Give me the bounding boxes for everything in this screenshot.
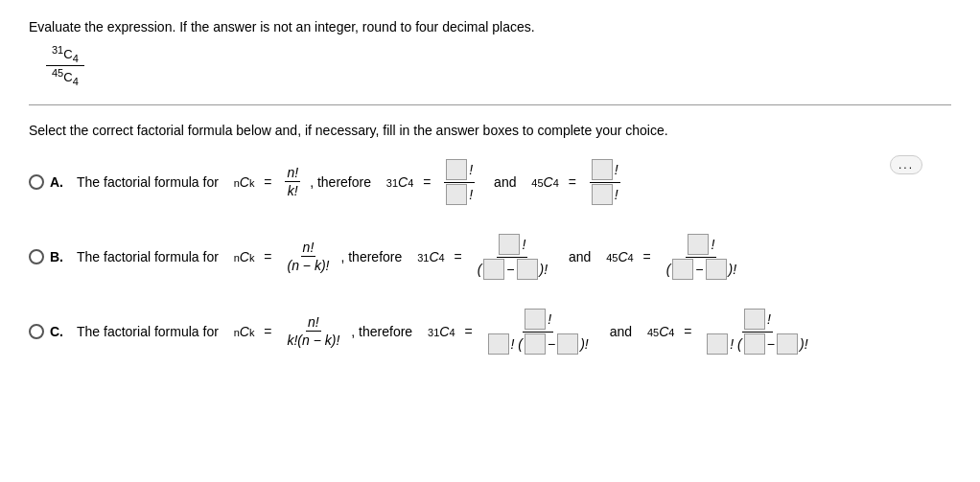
option-b-box3[interactable] (517, 259, 538, 280)
option-b-fraction: n! (n − k)! (285, 240, 331, 273)
option-b-label: B. (50, 249, 67, 264)
option-a-box1[interactable] (446, 159, 467, 180)
option-a-box2[interactable] (446, 184, 467, 205)
option-b-eq1: = (451, 249, 466, 264)
option-b-therefore: , therefore (340, 249, 402, 264)
option-a-result2: ! ! (590, 159, 620, 205)
option-a-eq1: = (419, 174, 434, 190)
option-a-fraction: n! k! (285, 165, 300, 198)
option-c-result1: ! ! ( − )! (486, 309, 591, 355)
option-b-box5[interactable] (672, 259, 693, 280)
option-a-frac-num: n! (285, 165, 300, 182)
option-c-row: C. The factorial formula for nCk = n! k!… (29, 309, 951, 355)
option-c-box3[interactable] (525, 333, 546, 355)
option-a-formula-text: The factorial formula for (77, 174, 219, 190)
option-a-nck: nCk (234, 174, 255, 190)
option-b-31c4: 31C4 (417, 249, 445, 264)
option-c-nck: nCk (234, 324, 255, 339)
option-c-fraction: n! k!(n − k)! (285, 314, 341, 348)
section-instruction: Select the correct factorial formula bel… (29, 123, 951, 138)
fraction-numerator: 31C4 (46, 44, 84, 66)
option-c-label: C. (50, 324, 67, 339)
option-a-therefore: , therefore (310, 174, 371, 190)
option-b-and: and (569, 249, 591, 264)
option-c-formula-text: The factorial formula for (77, 324, 219, 339)
option-b-box6[interactable] (706, 259, 727, 280)
option-c-frac-den: k!(n − k)! (285, 332, 341, 348)
option-b-formula-text: The factorial formula for (77, 249, 219, 264)
option-a-radio[interactable] (29, 174, 44, 190)
instruction-text: Evaluate the expression. If the answer i… (29, 19, 951, 34)
option-a-eq2: = (565, 174, 580, 190)
option-c-result2: ! ! ( − )! (705, 309, 809, 355)
option-a-frac-den: k! (286, 182, 300, 198)
option-c-box6[interactable] (707, 333, 728, 355)
section-divider (29, 104, 951, 105)
option-a-45c4: 45C4 (531, 174, 559, 190)
main-fraction: 31C4 45C4 (46, 44, 84, 87)
option-c-box5[interactable] (744, 309, 765, 330)
option-c-box8[interactable] (777, 333, 798, 355)
option-c-box1[interactable] (525, 309, 546, 330)
option-c-equals: = (260, 324, 275, 339)
option-c-and: and (610, 324, 632, 339)
option-c-eq2: = (680, 324, 695, 339)
option-c-box2[interactable] (488, 333, 509, 355)
option-a-row: A. The factorial formula for nCk = n! k!… (29, 159, 951, 205)
more-options-button[interactable]: ... (890, 155, 922, 174)
option-b-box2[interactable] (483, 259, 504, 280)
option-a-result1: ! ! (444, 159, 475, 205)
option-b-45c4: 45C4 (606, 249, 634, 264)
option-a-box3[interactable] (592, 159, 613, 180)
option-c-eq1: = (461, 324, 477, 339)
option-b-box1[interactable] (499, 234, 520, 255)
option-c-45c4: 45C4 (647, 324, 675, 339)
option-c-frac-num: n! (306, 314, 321, 332)
option-a-and: and (494, 174, 516, 190)
option-c-31c4: 31C4 (428, 324, 455, 339)
option-a-box4[interactable] (592, 184, 613, 205)
option-b-frac-den: (n − k)! (285, 257, 331, 273)
option-b-box4[interactable] (688, 234, 709, 255)
option-b-row: B. The factorial formula for nCk = n! (n… (29, 234, 951, 280)
fraction-denominator: 45C4 (46, 66, 84, 87)
option-b-eq2: = (640, 249, 655, 264)
option-b-nck: nCk (234, 249, 255, 264)
option-b-result1: ! ( − )! (476, 234, 549, 280)
option-c-box4[interactable] (557, 333, 578, 355)
option-c-box7[interactable] (744, 333, 765, 355)
option-c-therefore: , therefore (351, 324, 412, 339)
option-a-equals: = (260, 174, 275, 190)
option-b-result2: ! ( − )! (665, 234, 738, 280)
option-a-31c4: 31C4 (386, 174, 414, 190)
option-b-equals: = (260, 249, 275, 264)
option-b-frac-num: n! (301, 240, 316, 257)
option-b-radio[interactable] (29, 249, 44, 264)
option-a-label: A. (50, 174, 67, 190)
option-c-radio[interactable] (29, 324, 44, 339)
